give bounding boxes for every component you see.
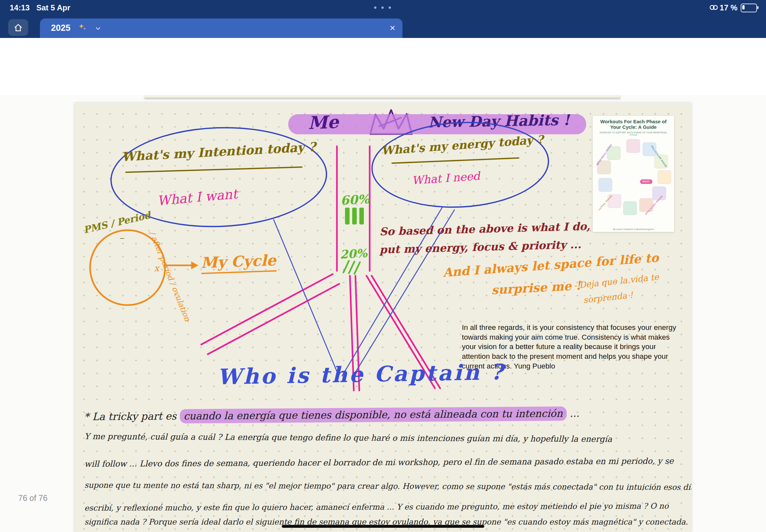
main-toolbar [0,38,766,68]
cycle-phase-diagram: MENSTRUAL PHASE FOLLICULAR PHASE LUTEAL … [595,139,672,216]
workout-tile [658,170,671,184]
workout-card-subtitle: EXERCISE TO SUPPORT EACH PHASE OF YOUR M… [596,131,671,136]
workout-guide-card[interactable]: Workouts For Each Phase of Your Cycle: A… [593,116,674,232]
sparkles-icon [78,23,87,33]
workout-tile [626,139,640,153]
workout-card-title: Workouts For Each Phase of Your Cycle: A… [595,119,672,130]
status-more-dots: • • • [0,3,766,13]
chevron-down-icon[interactable] [94,25,102,33]
workout-card-credit: By Lauren Chambers of @sofreshnsogreen [593,228,674,230]
home-indicator[interactable] [282,525,484,528]
cycle-x-mark: x [154,263,159,273]
hotspot-icon [709,4,719,12]
note-canvas[interactable]: Me New Day Habits ! What's my Intention … [74,103,691,532]
previous-page-edge [144,95,620,98]
percent-20: 20% [339,246,367,261]
cycle-name: My Cycle [201,251,276,274]
tool-ribbon [0,68,766,96]
deja-line1: - Deja que la vida te [573,272,659,290]
paragraph-line-5: escribí, y reflexioné mucho, y este fin … [84,502,669,513]
tab-close-button[interactable]: × [390,22,395,34]
header-bar: 14:13 Sat 5 Apr • • • 17 % 2025 [0,0,766,38]
tab-title: 2025 [51,23,70,33]
based-line2: put my energy, focus & priority ... [379,238,582,256]
battery-icon [741,4,757,12]
para-l1-highlight: cuando la energía que tienes disponible,… [179,406,566,423]
percent-60: 60% [340,192,370,208]
paragraph-line-3: will follow ... Llevo dos fines de seman… [84,456,674,469]
workout-tile [623,201,637,215]
paragraph-line-2: Y me pregunté, cuál guía a cuál ? La ene… [84,432,612,444]
deja-line2: sorprenda ! [583,290,634,305]
cycle-dash-mark: – [119,232,124,243]
app-screen: 14:13 Sat 5 Apr • • • 17 % 2025 [0,0,766,532]
para-l1-pre: * La tricky part es [84,410,180,422]
banner-me-text: Me [308,111,339,133]
paragraph-line-4: supone que tu mente no está tan sharp, n… [84,481,691,492]
tab-2025[interactable]: 2025 × [40,18,403,38]
paragraph-line-1: * La tricky part es cuando la energía qu… [84,407,579,423]
surprise-line2: surprise me ! [491,278,581,297]
based-line1: So based on the above is what I do, and [379,219,617,238]
document-area: Me New Day Habits ! What's my Intention … [0,95,766,532]
page-indicator: 76 of 76 [18,493,47,503]
workout-tile [599,178,612,192]
battery-percent: 17 % [720,3,737,12]
status-bar: 14:13 Sat 5 Apr • • • 17 % [0,0,766,15]
home-icon [13,23,23,32]
rest-badge: REST [640,179,652,184]
home-button[interactable] [8,19,28,36]
para-l1-post: ... [567,407,580,419]
captain-question: Who is the Captain ? [217,359,505,389]
